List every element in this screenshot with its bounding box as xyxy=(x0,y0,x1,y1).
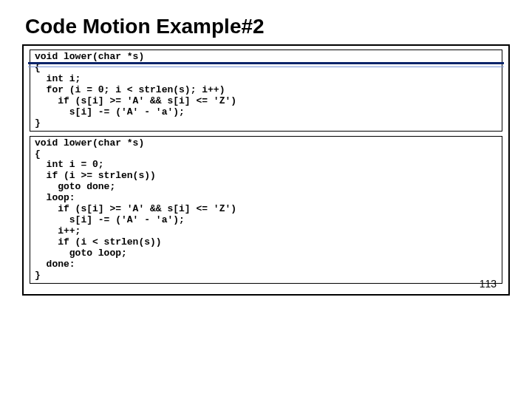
divider-bar xyxy=(28,62,504,67)
page-number: 113 xyxy=(480,278,497,290)
code-block-goto: void lower(char *s) { int i = 0; if (i >… xyxy=(30,136,502,284)
page-title: Code Motion Example#2 xyxy=(25,15,510,38)
slide: Code Motion Example#2 void lower(char *s… xyxy=(0,0,532,399)
content-frame: void lower(char *s) { int i; for (i = 0;… xyxy=(22,44,510,296)
